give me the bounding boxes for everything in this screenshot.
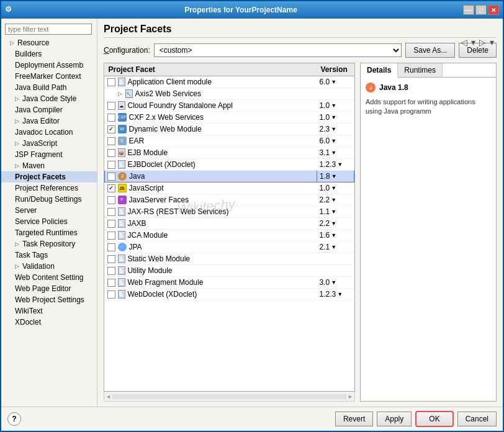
version-arrow[interactable]: ▼ — [331, 102, 336, 109]
table-row[interactable]: 📦EJB Module 3.1▼ — [105, 147, 354, 159]
table-row[interactable]: 📄JAXB 2.2▼ — [105, 218, 354, 230]
table-row[interactable]: FJavaServer Faces 2.2▼ — [105, 194, 354, 206]
tab-runtimes[interactable]: Runtimes — [398, 63, 443, 77]
config-select[interactable]: <custom> — [154, 43, 402, 57]
version-arrow[interactable]: ▼ — [331, 79, 336, 85]
checkbox[interactable] — [107, 161, 115, 169]
table-row[interactable]: 📄JCA Module 1.6▼ — [105, 230, 354, 241]
sidebar-item-wikitext[interactable]: WikiText — [1, 305, 97, 317]
version-arrow[interactable]: ▼ — [331, 150, 336, 156]
table-row[interactable]: 📄Application Client module 6.0▼ — [105, 76, 354, 88]
sidebar-item-builders[interactable]: Builders — [1, 48, 97, 60]
sidebar-item-xdoclet[interactable]: XDoclet — [1, 317, 97, 328]
sidebar-item-jsp-fragment[interactable]: JSP Fragment — [1, 149, 97, 160]
table-row[interactable]: JJava 1.8▼ — [105, 171, 354, 182]
sidebar-item-project-facets[interactable]: Project Facets — [1, 171, 97, 182]
version-arrow[interactable]: ▼ — [331, 197, 336, 203]
checkbox[interactable] — [107, 243, 115, 251]
checkbox[interactable] — [107, 114, 115, 122]
version-arrow[interactable]: ▼ — [331, 185, 336, 191]
checkbox[interactable] — [107, 220, 115, 228]
checkbox[interactable] — [107, 102, 115, 110]
cancel-button[interactable]: Cancel — [457, 412, 497, 426]
version-arrow[interactable]: ▼ — [331, 138, 336, 144]
back-arrow[interactable]: ◁ — [459, 37, 469, 47]
sidebar-item-java-editor[interactable]: ▷ Java Editor — [1, 115, 97, 127]
sidebar-item-resource[interactable]: ▷ Resource — [1, 37, 97, 48]
dropdown2-arrow[interactable]: ▾ — [488, 37, 495, 47]
version-arrow[interactable]: ▼ — [331, 126, 336, 132]
forward-arrow[interactable]: ▷ — [478, 37, 487, 47]
checkbox[interactable] — [107, 279, 115, 287]
facets-table-container[interactable]: Project Facet Version 📄Application Clien… — [104, 63, 355, 392]
table-row[interactable]: 📄EJBDoclet (XDoclet) 1.2.3▼ — [105, 159, 354, 171]
version-arrow[interactable]: ▼ — [331, 173, 337, 179]
version-arrow[interactable]: ▼ — [337, 291, 343, 297]
checkbox[interactable] — [107, 208, 115, 216]
restore-button[interactable]: □ — [475, 5, 487, 15]
sidebar-item-web-project-settings[interactable]: Web Project Settings — [1, 294, 97, 305]
version-arrow[interactable]: ▼ — [331, 232, 336, 238]
sidebar-item-maven[interactable]: ▷ Maven — [1, 160, 97, 171]
version-arrow[interactable]: ▼ — [337, 161, 343, 168]
table-row[interactable]: WDynamic Web Module 2.3▼ — [105, 124, 354, 135]
revert-button[interactable]: Revert — [335, 412, 373, 426]
table-row[interactable]: ▷🔧Axis2 Web Services — [105, 88, 354, 100]
filter-input[interactable] — [5, 24, 92, 35]
checkbox[interactable] — [107, 173, 115, 181]
checkbox[interactable] — [107, 78, 115, 86]
apply-button[interactable]: Apply — [377, 412, 412, 426]
sidebar-item-javascript[interactable]: ▷ JavaScript — [1, 138, 97, 149]
sidebar-item-validation[interactable]: ▷ Validation — [1, 261, 97, 272]
version-arrow[interactable]: ▼ — [331, 279, 336, 286]
hscroll-bar[interactable]: ◄ ► — [104, 392, 355, 402]
checkbox[interactable] — [107, 196, 115, 204]
checkbox[interactable] — [107, 290, 115, 299]
sidebar-item-task-tags[interactable]: Task Tags — [1, 250, 97, 261]
table-row[interactable]: ☁Cloud Foundry Standalone Appl 1.0▼ — [105, 100, 354, 112]
sidebar-item-java-code-style[interactable]: ▷ Java Code Style — [1, 93, 97, 104]
minimize-button[interactable]: — — [463, 5, 474, 15]
sidebar-label: Project References — [15, 184, 78, 192]
sidebar-item-freemaker[interactable]: FreeMarker Context — [1, 71, 97, 82]
checkbox[interactable] — [107, 149, 115, 157]
sidebar-item-java-compiler[interactable]: Java Compiler — [1, 104, 97, 115]
version-arrow[interactable]: ▼ — [331, 114, 336, 120]
save-as-button[interactable]: Save As... — [405, 43, 455, 58]
sidebar-item-server[interactable]: Server — [1, 205, 97, 216]
help-button[interactable]: ? — [7, 412, 21, 426]
sidebar-item-project-references[interactable]: Project References — [1, 182, 97, 194]
sidebar-item-web-page-editor[interactable]: Web Page Editor — [1, 283, 97, 294]
table-row[interactable]: ↔JPA 2.1▼ — [105, 241, 354, 253]
version-arrow[interactable]: ▼ — [331, 209, 336, 215]
checkbox[interactable] — [107, 232, 115, 240]
table-row[interactable]: 📄JAX-RS (REST Web Services) 1.1▼ — [105, 206, 354, 218]
table-row[interactable]: JSJavaScript 1.0▼ — [105, 182, 354, 194]
sidebar-item-task-repository[interactable]: ▷ Task Repository — [1, 238, 97, 250]
close-button[interactable]: ✕ — [488, 5, 499, 15]
sidebar-item-service-policies[interactable]: Service Policies — [1, 216, 97, 227]
table-row[interactable]: EEAR 6.0▼ — [105, 135, 354, 147]
sidebar-item-javadoc[interactable]: Javadoc Location — [1, 127, 97, 138]
checkbox[interactable] — [107, 267, 115, 275]
checkbox[interactable] — [107, 125, 115, 133]
checkbox[interactable] — [107, 184, 115, 192]
version-arrow[interactable]: ▼ — [331, 220, 336, 227]
tab-details[interactable]: Details — [361, 63, 398, 78]
window-title: Properties for YourProjectName — [19, 6, 463, 14]
sidebar-item-web-content-setting[interactable]: Web Content Setting — [1, 272, 97, 283]
sidebar-item-deployment[interactable]: Deployment Assemb — [1, 60, 97, 71]
checkbox[interactable] — [107, 137, 115, 145]
sidebar-item-targeted-runtimes[interactable]: Targeted Runtimes — [1, 227, 97, 238]
version-arrow[interactable]: ▼ — [331, 244, 336, 250]
table-row[interactable]: CXFCXF 2.x Web Services 1.0▼ — [105, 112, 354, 124]
sidebar-item-run-debug[interactable]: Run/Debug Settings — [1, 194, 97, 205]
table-row[interactable]: 📄Utility Module — [105, 265, 354, 277]
table-row[interactable]: 📄Web Fragment Module 3.0▼ — [105, 277, 354, 289]
dropdown-arrow[interactable]: ▾ — [470, 37, 477, 47]
checkbox[interactable] — [107, 255, 115, 263]
table-row[interactable]: 📄Static Web Module — [105, 253, 354, 265]
sidebar-item-java-build-path[interactable]: Java Build Path — [1, 82, 97, 93]
table-row[interactable]: 📄WebDoclet (XDoclet) 1.2.3▼ — [105, 289, 354, 300]
ok-button[interactable]: OK — [415, 411, 453, 427]
